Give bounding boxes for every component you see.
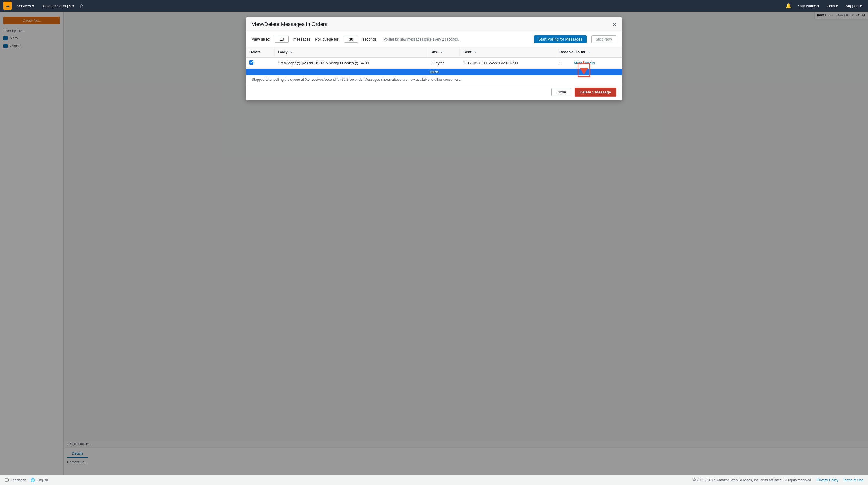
messages-label: messages (293, 37, 310, 41)
language-selector[interactable]: 🌐 English (31, 478, 48, 482)
body-sort-icon: ▼ (290, 51, 292, 54)
receive-count-sort-icon: ▼ (588, 51, 591, 54)
col-receive-count[interactable]: Receive Count ▼ (556, 47, 622, 57)
region-menu[interactable]: Ohio ▾ (824, 2, 840, 9)
privacy-policy-link[interactable]: Privacy Policy (817, 478, 838, 482)
footer-left: 💬 Feedback 🌐 English (5, 478, 48, 482)
support-menu[interactable]: Support ▾ (843, 2, 865, 9)
view-up-to-input[interactable] (275, 36, 289, 42)
footer: 💬 Feedback 🌐 English © 2008 - 2017, Amaz… (0, 475, 868, 485)
row-delete-checkbox[interactable] (249, 60, 253, 64)
view-up-to-label: View up to: (252, 37, 270, 41)
feedback-icon: 💬 (5, 478, 9, 482)
row-delete-cell[interactable] (246, 57, 275, 68)
progress-bar-outer: 100% (246, 69, 622, 75)
poll-queue-input[interactable] (344, 36, 358, 42)
progress-label: 100% (430, 70, 439, 74)
copyright-text: © 2008 - 2017, Amazon Web Services, Inc.… (693, 478, 812, 482)
modal-title: View/Delete Messages in Orders (252, 22, 328, 28)
progress-note: Stopped after polling the queue at 0.5 r… (246, 75, 622, 84)
seconds-label: seconds (363, 37, 376, 41)
messages-table-wrapper: Delete Body ▼ Size ▼ Sent ▼ (246, 47, 622, 68)
progress-area: 100% Stopped after polling the queue at … (246, 68, 622, 84)
feedback-link[interactable]: 💬 Feedback (5, 478, 26, 482)
terms-of-use-link[interactable]: Terms of Use (843, 478, 863, 482)
row-body-cell: 1 x Widget @ $29.99 USD 2 x Widget Cable… (275, 57, 427, 68)
modal-overlay: View/Delete Messages in Orders × View up… (0, 11, 868, 475)
messages-table: Delete Body ▼ Size ▼ Sent ▼ (246, 47, 622, 68)
col-size[interactable]: Size ▼ (427, 47, 460, 57)
modal-close-button[interactable]: × (613, 22, 616, 28)
poll-queue-label: Poll queue for: (315, 37, 339, 41)
user-menu[interactable]: Your Name ▾ (795, 2, 822, 9)
table-row: 1 x Widget @ $29.99 USD 2 x Widget Cable… (246, 57, 622, 68)
row-sent-cell: 2017-08-10 11:24:22 GMT-07:00 (460, 57, 556, 68)
modal-footer: Close Delete 1 Message (246, 84, 622, 100)
top-navigation: ☁ Services ▾ Resource Groups ▾ ☆ 🔔 Your … (0, 0, 868, 11)
delete-message-button[interactable]: Delete 1 Message (575, 88, 616, 97)
start-polling-button[interactable]: Start Polling for Messages (534, 35, 587, 43)
table-header-row: Delete Body ▼ Size ▼ Sent ▼ (246, 47, 622, 57)
size-sort-icon: ▼ (440, 51, 443, 54)
view-delete-messages-modal: View/Delete Messages in Orders × View up… (246, 18, 622, 100)
resource-groups-menu[interactable]: Resource Groups ▾ (39, 2, 77, 9)
stop-now-button: Stop Now (591, 35, 616, 43)
col-delete: Delete (246, 47, 275, 57)
polling-note: Polling for new messages once every 2 se… (384, 37, 459, 41)
modal-controls: View up to: messages Poll queue for: sec… (246, 32, 622, 47)
close-modal-button[interactable]: Close (552, 88, 571, 96)
col-body[interactable]: Body ▼ (275, 47, 427, 57)
sent-sort-icon: ▼ (474, 51, 476, 54)
aws-logo: ☁ (3, 2, 11, 10)
row-size-cell: 50 bytes (427, 57, 460, 68)
favorites-icon[interactable]: ☆ (79, 3, 83, 9)
notifications-bell-icon[interactable]: 🔔 (784, 2, 793, 10)
footer-right: © 2008 - 2017, Amazon Web Services, Inc.… (693, 478, 863, 482)
arrow-annotation (578, 61, 590, 77)
modal-header: View/Delete Messages in Orders × (246, 18, 622, 32)
globe-icon: 🌐 (31, 478, 35, 482)
col-sent[interactable]: Sent ▼ (460, 47, 556, 57)
services-menu[interactable]: Services ▾ (14, 2, 37, 9)
